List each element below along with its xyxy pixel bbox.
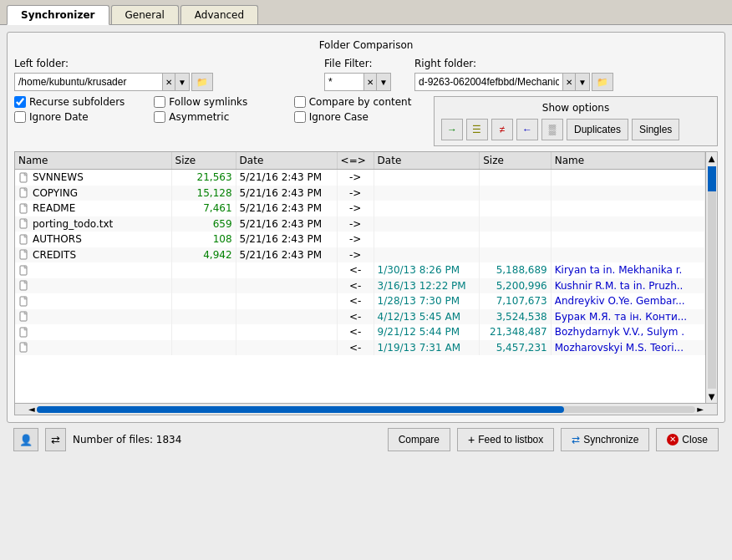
left-folder-clear[interactable]: ✕ — [162, 74, 175, 90]
table-row[interactable]: porting_todo.txt6595/21/16 2:43 PM-> — [15, 216, 705, 232]
cell-size-r: 5,188,689 — [480, 262, 552, 278]
right-folder-clear[interactable]: ✕ — [562, 74, 575, 90]
cell-date-l: 5/21/16 2:43 PM — [236, 170, 337, 186]
feed-to-listbox-button[interactable]: + Feed to listbox — [457, 428, 554, 451]
cell-date-r: 1/30/13 8:26 PM — [374, 262, 480, 278]
left-folder-label: Left folder: — [14, 58, 318, 69]
cell-date-r — [374, 247, 480, 263]
copy-left-btn[interactable]: ← — [516, 119, 538, 140]
feed-btn-label: Feed to listbox — [478, 434, 543, 445]
cell-date-r — [374, 170, 480, 186]
synchronize-button[interactable]: ⇄ Synchronize — [561, 428, 649, 451]
cell-name-l: AUTHORS — [15, 232, 171, 247]
file-list-scroll-area[interactable]: Name Size Date <=> Date Size Name SVNN — [15, 152, 705, 403]
compare-button[interactable]: Compare — [388, 428, 450, 451]
singles-btn[interactable]: Singles — [632, 119, 679, 140]
table-row[interactable]: CREDITS4,9425/21/16 2:43 PM-> — [15, 247, 705, 263]
equal-btn[interactable]: ☰ — [466, 119, 488, 140]
right-folder-combo[interactable]: ✕ ▼ — [414, 73, 590, 91]
cell-direction: <- — [337, 309, 374, 325]
single-btn[interactable]: ▒ — [541, 119, 563, 140]
cell-size-l: 21,563 — [171, 170, 236, 186]
cell-size-l: 108 — [171, 232, 236, 247]
table-row[interactable]: <-4/12/13 5:45 AM3,524,538Бурак М.Я. та … — [15, 309, 705, 325]
cell-name-r: Kushnir R.M. ta in. Pruzh.. — [551, 278, 704, 294]
table-row[interactable]: <-1/30/13 8:26 PM5,188,689Kiryan ta in. … — [15, 262, 705, 278]
table-row[interactable]: README7,4615/21/16 2:43 PM-> — [15, 201, 705, 216]
cell-size-l — [171, 309, 236, 325]
col-header-size-l: Size — [171, 152, 236, 170]
cell-size-l — [171, 262, 236, 278]
bottom-bar: 👤 ⇄ Number of files: 1834 Compare + Feed… — [7, 423, 725, 456]
cell-size-r — [480, 201, 552, 216]
table-row[interactable]: SVNNEWS21,5635/21/16 2:43 PM-> — [15, 170, 705, 186]
file-filter-label: File Filter: — [324, 58, 408, 69]
table-row[interactable]: COPYING15,1285/21/16 2:43 PM-> — [15, 186, 705, 201]
horizontal-scrollbar[interactable]: ◄ ► — [15, 403, 717, 415]
left-folder-input[interactable] — [15, 74, 162, 89]
follow-symlinks-checkbox[interactable] — [154, 96, 165, 108]
v-scroll-up[interactable]: ▲ — [707, 152, 717, 165]
cell-direction: -> — [337, 232, 374, 247]
right-folder-input[interactable] — [415, 74, 562, 89]
cell-name-l: porting_todo.txt — [15, 216, 171, 232]
asymmetric-checkbox[interactable] — [154, 111, 165, 123]
not-equal-btn[interactable]: ≠ — [491, 119, 513, 140]
folder-top-row: Left folder: ✕ ▼ 📁 File Filter: ✕ — [14, 58, 718, 91]
ignore-date-checkbox[interactable] — [14, 111, 26, 123]
h-scroll-left[interactable]: ◄ — [27, 405, 37, 414]
copy-right-btn[interactable]: → — [441, 119, 463, 140]
right-options-group: Compare by content Ignore Case — [294, 96, 427, 146]
compare-by-content-checkbox[interactable] — [294, 96, 306, 108]
user-icon-btn[interactable]: 👤 — [13, 428, 38, 451]
cell-direction: <- — [337, 262, 374, 278]
v-scroll-down[interactable]: ▼ — [707, 390, 717, 403]
table-row[interactable]: <-1/28/13 7:30 PM7,107,673Andreykiv O.Ye… — [15, 293, 705, 309]
tab-general[interactable]: General — [111, 5, 179, 24]
recurse-subfolders-checkbox[interactable] — [14, 96, 26, 108]
cell-date-l — [236, 278, 337, 294]
cell-name-l: CREDITS — [15, 247, 171, 263]
close-button[interactable]: ✕ Close — [656, 428, 719, 451]
cell-date-l — [236, 293, 337, 309]
cell-size-r — [480, 232, 552, 247]
cell-direction: <- — [337, 278, 374, 294]
cell-name-l: README — [15, 201, 171, 216]
table-row[interactable]: AUTHORS1085/21/16 2:43 PM-> — [15, 232, 705, 247]
col-header-date-r: Date — [374, 152, 480, 170]
ignore-case-checkbox[interactable] — [294, 111, 306, 123]
cell-name-r — [551, 247, 704, 263]
duplicates-btn[interactable]: Duplicates — [567, 119, 628, 140]
cell-direction: -> — [337, 186, 374, 201]
file-filter-section: File Filter: ✕ ▼ — [324, 58, 408, 91]
filter-combo[interactable]: ✕ ▼ — [324, 73, 391, 91]
h-scroll-right[interactable]: ► — [695, 405, 705, 414]
left-folder-combo[interactable]: ✕ ▼ — [14, 73, 190, 91]
col-header-dir: <=> — [337, 152, 374, 170]
filter-input[interactable] — [325, 74, 363, 89]
table-row[interactable]: <-3/16/13 12:22 PM5,200,996Kushnir R.M. … — [15, 278, 705, 294]
table-row[interactable]: <-1/19/13 7:31 AM5,457,231Mozharovskyi M… — [15, 340, 705, 356]
col-header-name-r: Name — [551, 152, 704, 170]
cell-size-r: 5,200,996 — [480, 278, 552, 294]
cell-name-r: Andreykiv O.Ye. Gembar... — [551, 293, 704, 309]
cell-size-r — [480, 186, 552, 201]
filter-arrow[interactable]: ▼ — [376, 74, 390, 90]
arrows-icon-btn[interactable]: ⇄ — [45, 428, 66, 451]
table-row[interactable]: <-9/21/12 5:44 PM21,348,487Bozhydarnyk V… — [15, 324, 705, 340]
right-folder-arrow[interactable]: ▼ — [575, 74, 589, 90]
left-folder-arrow[interactable]: ▼ — [175, 74, 189, 90]
cell-size-r: 3,524,538 — [480, 309, 552, 325]
tab-synchronizer[interactable]: Synchronizer — [7, 5, 109, 25]
cell-name-r — [551, 170, 704, 186]
left-folder-browse[interactable]: 📁 — [191, 73, 213, 91]
cell-date-l — [236, 262, 337, 278]
filter-clear[interactable]: ✕ — [363, 74, 376, 90]
tab-advanced[interactable]: Advanced — [180, 5, 258, 24]
right-folder-browse[interactable]: 📁 — [592, 73, 613, 91]
cell-date-r: 3/16/13 12:22 PM — [374, 278, 480, 294]
cell-date-l: 5/21/16 2:43 PM — [236, 186, 337, 201]
cell-direction: <- — [337, 324, 374, 340]
cell-size-l — [171, 340, 236, 356]
vertical-scrollbar[interactable]: ▲ ▼ — [705, 152, 717, 403]
